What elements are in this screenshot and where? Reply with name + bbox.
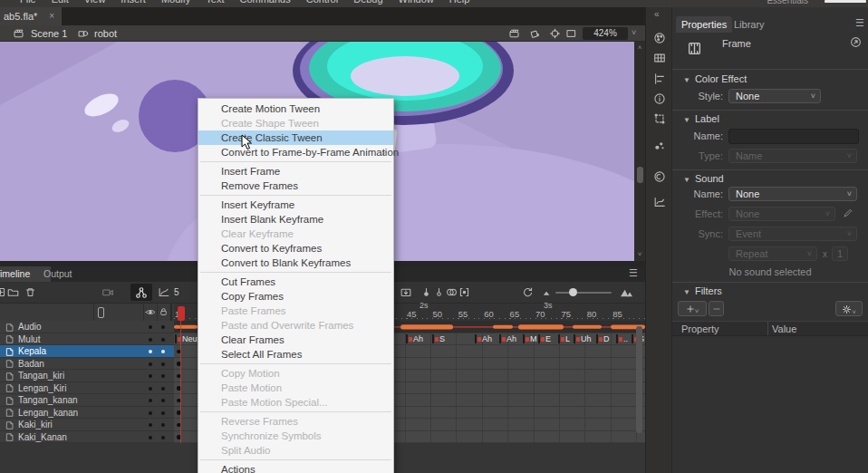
scroll-up-icon[interactable]: ˄ xyxy=(636,44,643,52)
menu-item-remove-frames[interactable]: Remove Frames xyxy=(198,179,393,193)
menu-item-convert-to-blank-keyframes[interactable]: Convert to Blank Keyframes xyxy=(198,256,393,270)
layer-lock-dot[interactable] xyxy=(161,411,165,415)
frame-label[interactable]: Ah xyxy=(406,334,423,343)
layer-visibility-dot[interactable] xyxy=(149,423,152,427)
menu-text[interactable]: Text xyxy=(206,0,224,5)
menu-insert[interactable]: Insert xyxy=(121,0,146,5)
section-label[interactable]: ▼Label xyxy=(683,113,719,124)
section-sound[interactable]: ▼Sound xyxy=(683,173,724,184)
layer-lock-dot[interactable] xyxy=(161,338,165,342)
reset-timeline-zoom-icon[interactable] xyxy=(522,286,534,298)
layer-lock-dot[interactable] xyxy=(161,387,165,391)
tab-library[interactable]: Library xyxy=(728,16,770,33)
camera-icon[interactable] xyxy=(101,286,114,298)
pencil-icon[interactable] xyxy=(843,208,854,218)
layer-visibility-dot[interactable] xyxy=(149,350,152,353)
menu-item-insert-blank-keyframe[interactable]: Insert Blank Keyframe xyxy=(198,212,393,227)
layer-visibility-dot[interactable] xyxy=(149,411,152,415)
insert-frame-icon[interactable] xyxy=(400,286,412,298)
layer-row-mulut[interactable]: Mulut xyxy=(0,333,174,346)
menu-item-create-classic-tween[interactable]: Create Classic Tween xyxy=(198,130,393,145)
menu-view[interactable]: View xyxy=(84,0,106,5)
menu-item-actions[interactable]: Actions xyxy=(198,462,393,473)
delete-layer-icon[interactable] xyxy=(24,286,36,298)
frame-size-slider[interactable] xyxy=(555,292,612,294)
onion-skin-icon[interactable] xyxy=(446,286,458,298)
layer-lock-dot[interactable] xyxy=(161,350,165,353)
menu-items[interactable]: FileEditViewInsertModifyTextCommandsCont… xyxy=(20,0,469,5)
menu-item-copy-frames[interactable]: Copy Frames xyxy=(198,289,393,304)
layer-lock-dot[interactable] xyxy=(161,374,165,378)
external-link-icon[interactable] xyxy=(850,36,862,48)
cc-libraries-panel-icon[interactable] xyxy=(653,170,666,183)
zoom-out-frames-icon[interactable] xyxy=(541,286,553,298)
menu-edit[interactable]: Edit xyxy=(52,0,69,5)
frame-label[interactable]: M xyxy=(523,334,537,343)
layer-lock-dot[interactable] xyxy=(161,399,165,402)
menu-item-insert-frame[interactable]: Insert Frame xyxy=(198,164,393,179)
insert-blank-keyframe-icon[interactable] xyxy=(433,286,445,298)
layer-row-audio[interactable]: Audio xyxy=(0,321,174,333)
layer-visibility-dot[interactable] xyxy=(149,387,152,391)
layer-visibility-dot[interactable] xyxy=(149,325,152,329)
frame-label[interactable]: E xyxy=(538,334,551,343)
layer-lock-dot[interactable] xyxy=(161,423,165,427)
stage-vertical-scrollbar[interactable]: ˄ ˅ xyxy=(634,42,645,261)
add-filter-button[interactable]: ˅ xyxy=(678,301,707,316)
search-field[interactable] xyxy=(825,0,866,3)
motion-presets-panel-icon[interactable] xyxy=(653,196,666,208)
remove-filter-button[interactable] xyxy=(709,301,724,316)
menu-window[interactable]: Window xyxy=(399,0,434,5)
frame-size-slider-knob[interactable] xyxy=(569,288,577,296)
menu-item-cut-frames[interactable]: Cut Frames xyxy=(198,275,393,289)
center-frame-icon[interactable] xyxy=(549,28,561,39)
layer-visibility-dot[interactable] xyxy=(149,374,152,378)
layer-depth-icon[interactable] xyxy=(158,286,170,298)
style-dropdown[interactable]: None˅ xyxy=(728,89,821,103)
chevron-down-icon[interactable]: ˅ xyxy=(632,28,636,37)
layer-visibility-dot[interactable] xyxy=(149,436,152,439)
frame-label[interactable]: Neutral xyxy=(175,334,199,343)
menu-help[interactable]: Help xyxy=(449,0,470,5)
menu-item-create-motion-tween[interactable]: Create Motion Tween xyxy=(198,101,393,116)
menu-modify[interactable]: Modify xyxy=(161,0,190,5)
tab-properties[interactable]: Properties xyxy=(676,16,732,33)
edit-multiple-frames-icon[interactable] xyxy=(458,286,470,298)
clapperboard-icon[interactable] xyxy=(13,28,24,39)
section-color-effect[interactable]: ▼Color Effect xyxy=(683,73,747,84)
playhead[interactable] xyxy=(178,306,185,321)
zoom-level-field[interactable]: 424% xyxy=(583,27,628,40)
color-panel-icon[interactable] xyxy=(653,32,666,44)
lock-icon[interactable] xyxy=(159,306,169,317)
swatches-panel-icon[interactable] xyxy=(653,52,666,64)
menu-debug[interactable]: Debug xyxy=(353,0,382,5)
layer-row-lengan_kanan[interactable]: Lengan_kanan xyxy=(0,407,174,420)
edit-symbols-icon[interactable] xyxy=(529,28,541,39)
layer-row-tangan_kanan[interactable]: Tangan_kanan xyxy=(0,394,174,407)
layer-lock-dot[interactable] xyxy=(161,436,165,439)
frame-label[interactable]: Ah xyxy=(475,334,492,343)
eye-icon[interactable] xyxy=(145,307,156,317)
section-filters[interactable]: ▼Filters xyxy=(683,285,722,296)
transform-panel-icon[interactable] xyxy=(653,112,666,125)
breadcrumb-symbol[interactable]: robot xyxy=(94,28,117,39)
align-panel-icon[interactable] xyxy=(653,72,666,85)
menu-file[interactable]: File xyxy=(20,0,36,5)
zoom-in-frames-icon[interactable] xyxy=(620,285,633,299)
frame-label[interactable]: Ah xyxy=(499,334,516,343)
filter-options-button[interactable]: ˅ xyxy=(835,301,863,316)
clip-content-icon[interactable] xyxy=(565,28,577,39)
menu-item-select-all-frames[interactable]: Select All Frames xyxy=(198,347,393,362)
menu-item-convert-to-frame-by-frame-animation[interactable]: Convert to Frame-by-Frame Animation› xyxy=(198,145,393,159)
sound-name-dropdown[interactable]: None˅ xyxy=(728,187,857,201)
layer-row-kepala[interactable]: Kepala xyxy=(0,345,174,358)
scrollbar-thumb[interactable] xyxy=(637,167,643,183)
layer-row-kaki_kiri[interactable]: Kaki_kiri xyxy=(0,419,174,431)
menu-control[interactable]: Control xyxy=(306,0,338,5)
layer-lock-dot[interactable] xyxy=(161,325,165,329)
new-layer-icon[interactable] xyxy=(0,286,6,298)
timeline-vertical-scrollbar[interactable] xyxy=(636,326,642,433)
new-folder-icon[interactable] xyxy=(7,286,19,298)
menu-commands[interactable]: Commands xyxy=(239,0,290,5)
panel-menu-icon[interactable]: ☰ xyxy=(629,267,638,279)
